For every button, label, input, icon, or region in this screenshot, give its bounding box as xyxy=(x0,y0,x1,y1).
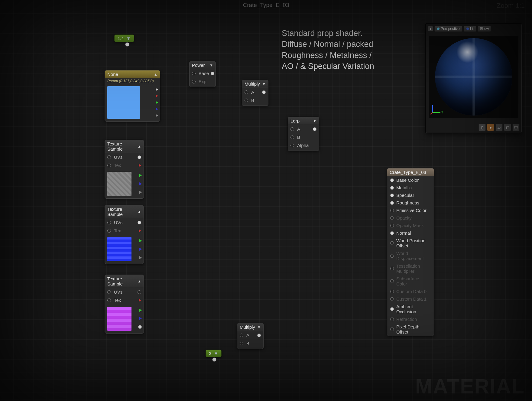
shape-sphere-button[interactable]: ● xyxy=(487,124,494,131)
input-pin[interactable] xyxy=(390,318,394,321)
output-pin-a[interactable] xyxy=(139,191,142,194)
lerp-node[interactable]: Lerp ▼ A B Alpha xyxy=(288,117,319,151)
output-pin-g[interactable] xyxy=(139,309,142,312)
input-pin-exp[interactable] xyxy=(192,80,196,83)
input-pin-uvs[interactable] xyxy=(107,221,111,224)
show-button[interactable]: Show xyxy=(478,26,491,32)
input-pin[interactable] xyxy=(390,186,394,190)
input-pin-uvs[interactable] xyxy=(107,290,111,294)
output-pin-b[interactable] xyxy=(139,317,142,320)
node-header[interactable]: Multiply ▼ xyxy=(242,80,268,88)
material-input-subsurface-color[interactable]: Subsurface Color xyxy=(387,275,434,288)
output-pin[interactable] xyxy=(212,357,216,362)
texture-preview[interactable] xyxy=(107,237,131,261)
texture-sample-node-normal[interactable]: Texture Sample ▲ UVs Tex xyxy=(105,205,144,264)
perspective-button[interactable]: Perspective xyxy=(434,26,462,32)
output-pin-rgb[interactable] xyxy=(138,155,141,159)
node-header[interactable]: Texture Sample ▲ xyxy=(105,140,144,153)
output-pin-a[interactable] xyxy=(138,325,142,329)
input-pin[interactable] xyxy=(390,178,394,182)
color-swatch[interactable] xyxy=(107,86,140,119)
multiply-node-2[interactable]: Multiply ▼ A B xyxy=(237,323,264,349)
input-pin[interactable] xyxy=(390,201,394,205)
material-input-emissive-color[interactable]: Emissive Color xyxy=(387,207,434,214)
output-pin[interactable] xyxy=(257,334,261,337)
node-header[interactable]: Power ▼ xyxy=(190,61,216,69)
input-pin[interactable] xyxy=(390,267,394,270)
node-header[interactable]: Texture Sample ▲ xyxy=(105,275,144,288)
collapse-icon[interactable]: ▲ xyxy=(138,144,141,148)
output-pin-g[interactable] xyxy=(139,174,142,177)
input-pin-b[interactable] xyxy=(290,135,294,139)
shape-mesh-button[interactable]: ⬚ xyxy=(512,124,520,131)
input-pin-b[interactable] xyxy=(245,99,248,102)
material-input-custom-data-1[interactable]: Custom Data 1 xyxy=(387,295,434,303)
input-pin[interactable] xyxy=(390,216,394,220)
output-pin-rgb[interactable] xyxy=(138,221,141,224)
material-input-base-color[interactable]: Base Color xyxy=(387,176,434,184)
input-pin[interactable] xyxy=(390,290,394,293)
input-pin[interactable] xyxy=(390,254,394,258)
constant-node-3[interactable]: 3 ▼ xyxy=(206,350,222,357)
input-pin[interactable] xyxy=(390,241,394,245)
input-pin-tex[interactable] xyxy=(107,164,111,167)
input-pin-b[interactable] xyxy=(240,342,243,345)
input-pin[interactable] xyxy=(390,224,394,227)
input-pin-a[interactable] xyxy=(240,334,243,337)
output-pin-b[interactable] xyxy=(139,182,142,185)
output-pin-g[interactable] xyxy=(139,239,142,242)
collapse-icon[interactable]: ▲ xyxy=(138,279,141,283)
input-pin-uvs[interactable] xyxy=(107,155,111,159)
collapse-icon[interactable]: ▼ xyxy=(262,82,266,86)
material-input-pixel-depth-offset[interactable]: Pixel Depth Offset xyxy=(387,323,434,336)
material-input-world-position-offset[interactable]: World Position Offset xyxy=(387,237,434,249)
input-pin[interactable] xyxy=(390,297,394,301)
input-pin[interactable] xyxy=(390,328,394,331)
material-output-node[interactable]: Crate_Type_E_03 Base ColorMetallicSpecul… xyxy=(387,168,434,336)
texture-sample-node-packed[interactable]: Texture Sample ▲ UVs Tex xyxy=(105,275,144,334)
output-pin[interactable] xyxy=(313,127,316,131)
shape-cube-button[interactable]: ◻ xyxy=(504,124,511,131)
texture-sample-node-diffuse[interactable]: Texture Sample ▲ UVs Tex xyxy=(105,140,144,199)
input-pin[interactable] xyxy=(390,307,394,311)
material-input-roughness[interactable]: Roughness xyxy=(387,199,434,207)
collapse-icon[interactable]: ▲ xyxy=(138,210,141,214)
node-header[interactable]: Multiply ▼ xyxy=(237,323,263,331)
shape-plane-button[interactable]: ▱ xyxy=(495,124,503,131)
output-pin-a[interactable] xyxy=(156,114,158,117)
shape-cylinder-button[interactable]: ▯ xyxy=(478,124,486,131)
output-pin-r[interactable] xyxy=(139,164,141,167)
material-input-custom-data-0[interactable]: Custom Data 0 xyxy=(387,288,434,295)
material-input-metallic[interactable]: Metallic xyxy=(387,184,434,191)
material-input-refraction[interactable]: Refraction xyxy=(387,315,434,323)
vector-parameter-node[interactable]: None ▲ Param (0.137,0.349,0.885,0) xyxy=(105,70,160,122)
preview-menu-button[interactable]: ▾ xyxy=(428,26,433,31)
material-input-opacity[interactable]: Opacity xyxy=(387,214,434,222)
material-input-opacity-mask[interactable]: Opacity Mask xyxy=(387,222,434,229)
collapse-icon[interactable]: ▼ xyxy=(313,119,316,123)
texture-preview[interactable] xyxy=(107,172,131,196)
input-pin-base[interactable] xyxy=(192,72,196,75)
output-pin[interactable] xyxy=(262,90,266,94)
node-header[interactable]: Texture Sample ▲ xyxy=(105,205,144,218)
multiply-node-1[interactable]: Multiply ▼ A B xyxy=(242,80,268,106)
collapse-icon[interactable]: ▲ xyxy=(154,72,157,77)
material-input-normal[interactable]: Normal xyxy=(387,229,434,237)
input-pin-tex[interactable] xyxy=(107,298,111,302)
material-input-tessellation-multiplier[interactable]: Tessellation Multiplier xyxy=(387,262,434,275)
input-pin[interactable] xyxy=(390,231,394,235)
collapse-icon[interactable]: ▼ xyxy=(209,63,213,67)
lit-mode-button[interactable]: Lit xyxy=(464,26,477,32)
input-pin-tex[interactable] xyxy=(107,229,111,233)
output-pin-g[interactable] xyxy=(156,101,158,104)
output-pin-r[interactable] xyxy=(156,94,158,97)
preview-viewport[interactable] xyxy=(429,36,518,118)
output-pin[interactable] xyxy=(211,72,214,75)
node-header[interactable]: None ▲ xyxy=(105,70,160,78)
texture-preview[interactable] xyxy=(107,307,131,331)
output-pin-r[interactable] xyxy=(139,229,141,232)
output-pin-rgb[interactable] xyxy=(156,88,158,91)
input-pin-alpha[interactable] xyxy=(290,144,294,147)
material-input-world-displacement[interactable]: World Displacement xyxy=(387,249,434,262)
output-pin-b[interactable] xyxy=(139,248,142,251)
